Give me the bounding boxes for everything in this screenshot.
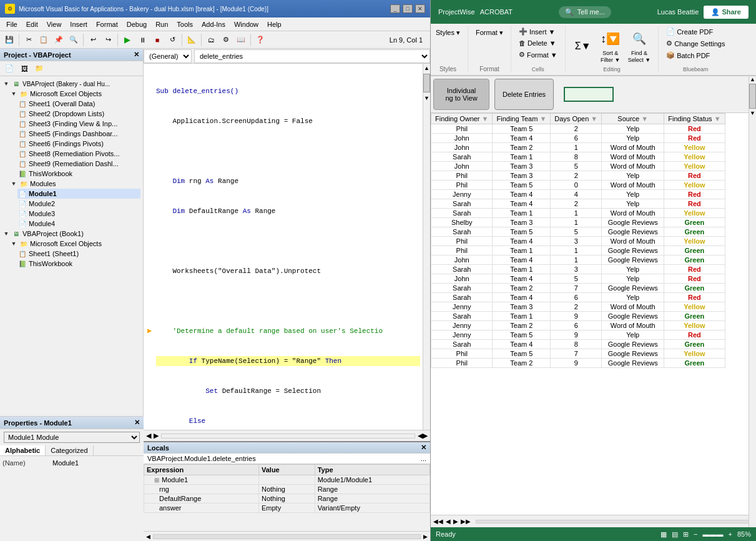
format-cells-btn[interactable]: ⚙ Format ▼ xyxy=(516,49,560,60)
cell-owner[interactable]: John xyxy=(431,256,493,265)
tb-undo[interactable]: ↩ xyxy=(86,33,100,47)
sheet-hscrollbar[interactable] xyxy=(476,520,751,524)
cell-source[interactable]: Word of Mouth xyxy=(602,162,664,171)
individual-view-btn[interactable]: Individualng to View xyxy=(433,79,489,110)
tb-design[interactable]: 📐 xyxy=(185,33,199,47)
cell-source[interactable]: Yelp xyxy=(602,199,664,209)
project-panel-close[interactable]: ✕ xyxy=(134,51,139,59)
code-vscrollbar[interactable]: ▲ ▼ xyxy=(423,64,430,430)
menu-addins[interactable]: Add-Ins xyxy=(198,19,229,29)
selected-cell[interactable] xyxy=(564,87,614,102)
cell-source[interactable]: Word of Mouth xyxy=(602,209,664,218)
cell-owner[interactable]: Sarah xyxy=(431,340,493,349)
cell-owner[interactable]: Sarah xyxy=(431,265,493,274)
cell-days[interactable]: 3 xyxy=(551,237,602,246)
cell-owner[interactable]: Phil xyxy=(431,124,493,134)
cell-source[interactable]: Google Reviews xyxy=(602,359,664,368)
cell-status[interactable]: Green xyxy=(664,218,725,227)
cell-days[interactable]: 7 xyxy=(551,349,602,359)
menu-format[interactable]: Format xyxy=(92,19,122,29)
cell-owner[interactable]: Sarah xyxy=(431,227,493,237)
cell-owner[interactable]: Phil xyxy=(431,237,493,246)
cell-owner[interactable]: John xyxy=(431,162,493,171)
minimize-btn[interactable]: _ xyxy=(390,4,400,13)
scroll-right-arrow[interactable]: ▶ xyxy=(154,432,159,440)
proj-view-obj[interactable]: 🖼 xyxy=(17,62,31,76)
share-button[interactable]: 👤 Share xyxy=(704,6,749,19)
cell-source[interactable]: Word of Mouth xyxy=(602,321,664,330)
cell-days[interactable]: 5 xyxy=(551,162,602,171)
cell-days[interactable]: 0 xyxy=(551,181,602,190)
tree-module4[interactable]: 📄 Module4 xyxy=(17,219,140,229)
cell-owner[interactable]: Jenny xyxy=(431,190,493,199)
cell-source[interactable]: Word of Mouth xyxy=(602,302,664,312)
prop-module-select[interactable]: Module1 Module xyxy=(4,432,140,443)
cell-days[interactable]: 8 xyxy=(551,152,602,162)
plus-icon-module1[interactable]: ⊞ xyxy=(154,477,159,484)
tree-sheet2-dropdown[interactable]: 📋 Sheet2 (Dropdown Lists) xyxy=(17,109,140,119)
proj-view-code[interactable]: 📄 xyxy=(2,62,16,76)
cell-team[interactable]: Team 4 xyxy=(493,256,551,265)
cell-owner[interactable]: Sarah xyxy=(431,199,493,209)
sheet-scroll-left-tab[interactable]: ◀ xyxy=(446,518,451,525)
locals-scroll-right[interactable]: ▶ xyxy=(423,534,428,540)
cell-days[interactable]: 1 xyxy=(551,143,602,152)
menu-help[interactable]: Help xyxy=(263,19,285,29)
cell-days[interactable]: 9 xyxy=(551,312,602,321)
cell-owner[interactable]: Sarah xyxy=(431,209,493,218)
cell-team[interactable]: Team 1 xyxy=(493,152,551,162)
cell-days[interactable]: 1 xyxy=(551,246,602,256)
tree-sheet9-remediation-dash[interactable]: 📋 Sheet9 (Remediation Dashl... xyxy=(17,159,140,169)
cell-status[interactable]: Yellow xyxy=(664,181,725,190)
autosum-btn[interactable]: Σ▼ xyxy=(571,35,596,57)
cell-days[interactable]: 2 xyxy=(551,302,602,312)
cell-source[interactable]: Word of Mouth xyxy=(602,152,664,162)
cell-team[interactable]: Team 1 xyxy=(493,265,551,274)
cell-owner[interactable]: Sarah xyxy=(431,312,493,321)
cell-team[interactable]: Team 4 xyxy=(493,340,551,349)
tb-reset[interactable]: ↺ xyxy=(165,33,179,47)
cell-status[interactable]: Green xyxy=(664,246,725,256)
cell-status[interactable]: Green xyxy=(664,284,725,293)
cell-status[interactable]: Red xyxy=(664,199,725,209)
cell-team[interactable]: Team 5 xyxy=(493,349,551,359)
cell-owner[interactable]: Phil xyxy=(431,181,493,190)
tb-proj-exp[interactable]: 🗂 xyxy=(204,33,218,47)
cell-days[interactable]: 5 xyxy=(551,274,602,284)
cell-source[interactable]: Yelp xyxy=(602,330,664,340)
create-pdf-btn[interactable]: 📄 Create PDF xyxy=(664,26,727,37)
scroll-thumb[interactable] xyxy=(423,74,430,92)
maximize-btn[interactable]: □ xyxy=(403,4,413,13)
cell-team[interactable]: Team 4 xyxy=(493,190,551,199)
prop-tab-alphabetic[interactable]: Alphabetic xyxy=(0,445,46,455)
cell-team[interactable]: Team 2 xyxy=(493,284,551,293)
sheet-scroll-right-tab[interactable]: ▶ xyxy=(453,518,458,525)
cell-source[interactable]: Google Reviews xyxy=(602,349,664,359)
cell-days[interactable]: 6 xyxy=(551,293,602,302)
cell-source[interactable]: Google Reviews xyxy=(602,246,664,256)
cell-status[interactable]: Yellow xyxy=(664,237,725,246)
cell-team[interactable]: Team 1 xyxy=(493,246,551,256)
cell-owner[interactable]: Phil xyxy=(431,349,493,359)
cell-team[interactable]: Team 4 xyxy=(493,274,551,284)
format-btn[interactable]: Format ▾ xyxy=(473,26,506,39)
sheet-vscrollbar[interactable]: ▲ ▼ xyxy=(749,76,756,527)
locals-panel-close[interactable]: ✕ xyxy=(421,444,426,452)
cell-status[interactable]: Red xyxy=(664,124,725,134)
batch-pdf-btn[interactable]: 📦 Batch PDF xyxy=(664,50,727,61)
cell-team[interactable]: Team 4 xyxy=(493,199,551,209)
cell-owner[interactable]: Sarah xyxy=(431,152,493,162)
tree-sheet6-pivots[interactable]: 📋 Sheet6 (Findings Pivots) xyxy=(17,139,140,149)
tree-sheet3-finding[interactable]: 📋 Sheet3 (Finding View & Inp... xyxy=(17,119,140,129)
cell-status[interactable]: Red xyxy=(664,274,725,284)
properties-panel-close[interactable]: ✕ xyxy=(134,419,140,427)
sheet-scroll-right-tabs[interactable]: ▶▶ xyxy=(461,518,471,525)
tree-excel-objects-bakery[interactable]: ▼ 📁 Microsoft Excel Objects xyxy=(10,89,140,99)
zoom-out-btn[interactable]: − xyxy=(694,530,697,538)
cell-source[interactable]: Google Reviews xyxy=(602,340,664,349)
tb-copy[interactable]: 📋 xyxy=(37,33,51,47)
menu-debug[interactable]: Debug xyxy=(123,19,150,29)
cell-owner[interactable]: Phil xyxy=(431,246,493,256)
tree-thisworkbook-book1[interactable]: 📗 ThisWorkbook xyxy=(17,259,140,269)
cell-days[interactable]: 2 xyxy=(551,171,602,181)
